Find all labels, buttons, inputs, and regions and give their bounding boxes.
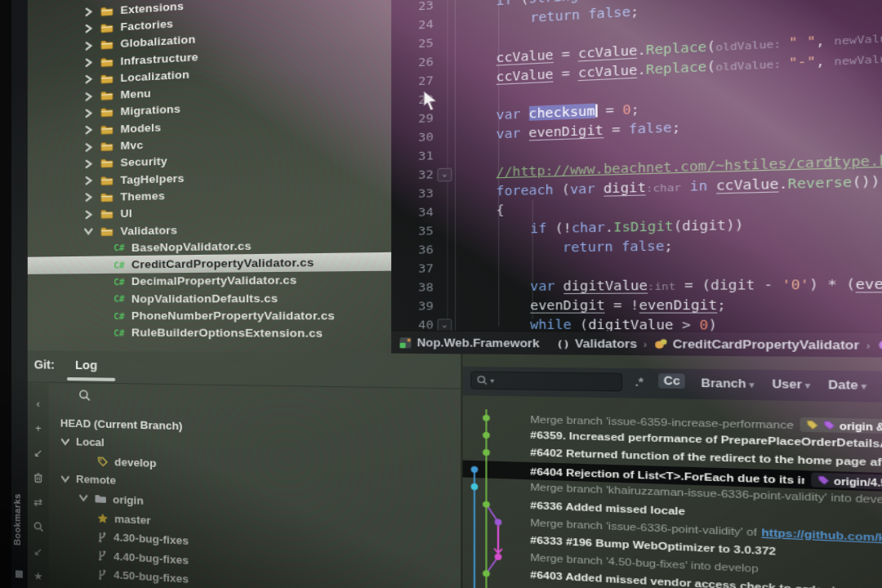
chevron-right-icon[interactable] (82, 24, 95, 34)
token-h: newValue: (834, 31, 882, 47)
git-title: Git: (34, 358, 55, 371)
line-number: 29 (391, 109, 434, 129)
token-h: :int (648, 280, 675, 292)
token-h: newValue: (834, 51, 882, 68)
merge-icon[interactable]: ⇄ (28, 492, 49, 512)
code-line[interactable]: 39evenDigit = !evenDigit; (391, 292, 882, 315)
token-p: ; (631, 101, 639, 117)
chevron-down-icon[interactable] (82, 227, 95, 235)
chevron-right-icon[interactable] (82, 108, 95, 118)
chevron-down-icon (60, 437, 70, 445)
branch-search-icon[interactable] (78, 389, 91, 402)
branch-row-remote[interactable]: Remote (60, 470, 116, 490)
tree-item-label: NopValidationDefaults.cs (131, 292, 278, 305)
token-p: ( (580, 317, 588, 332)
tree-item-phonenumberpropertyvalidator-cs[interactable]: C#PhoneNumberPropertyValidator.cs (28, 306, 391, 325)
chevron-right-icon[interactable] (82, 0, 95, 1)
token-h: :char (646, 181, 681, 194)
match-case-toggle[interactable]: Cc (658, 373, 685, 389)
breadcrumb-item-isvalid[interactable]: IsValid (877, 338, 882, 352)
token-k: return false (563, 238, 664, 255)
breadcrumb-item-nop.web.framework[interactable]: Nop.Web.Framework (399, 336, 539, 350)
breadcrumb-item-validators[interactable]: ()Validators (555, 336, 637, 350)
tool-stripe-bookmarks[interactable]: Bookmarks (12, 493, 22, 546)
method-icon (877, 339, 882, 352)
branch-row-head-current-branch-[interactable]: HEAD (Current Branch) (60, 413, 183, 434)
branch-row-origin[interactable]: origin (78, 489, 144, 510)
token-n: 0 (622, 102, 630, 118)
tree-item-label: PhoneNumberPropertyValidator.cs (131, 309, 335, 322)
commit-filters: Branch▾User▾Date▾Paths▾ (701, 376, 882, 393)
token-p: ( (706, 38, 715, 54)
token-s: " " (788, 33, 815, 51)
branch-label: develop (114, 456, 156, 470)
tree-item-rulebuilderoptionsextension-cs[interactable]: C#RuleBuilderOptionsExtension.cs (28, 323, 391, 343)
filter-user[interactable]: User▾ (772, 377, 810, 391)
tree-item-label: CreditCardPropertyValidator.cs (131, 256, 314, 270)
pull-icon[interactable]: ↙ (28, 443, 49, 463)
code-editor[interactable]: override bool IsValid(ValidationContext<… (391, 0, 882, 333)
folder-icon (100, 73, 114, 84)
gutter-marker-icon[interactable]: ⌄ (437, 168, 452, 182)
chevron-right-icon[interactable] (82, 158, 95, 169)
search-icon[interactable] (28, 516, 49, 537)
delete-icon[interactable] (28, 467, 49, 488)
tab-log[interactable]: Log (75, 359, 97, 372)
tree-item-label: UI (120, 207, 131, 220)
search-options-arrow: ▾ (490, 376, 494, 385)
favorite-icon[interactable]: ★ (28, 565, 49, 586)
token-k: false (629, 120, 672, 136)
chevron-right-icon[interactable] (82, 57, 95, 68)
chevron-right-icon[interactable] (82, 125, 95, 136)
chevron-right-icon[interactable] (82, 142, 95, 153)
chevron-right-icon[interactable] (82, 209, 95, 220)
ref-chip[interactable]: origin & develop (800, 417, 882, 435)
line-number: 35 (391, 221, 434, 241)
token-p: ) (708, 317, 717, 332)
chevron-right-icon[interactable] (82, 40, 95, 51)
chevron-right-icon[interactable] (82, 91, 95, 101)
git-commit-list: ▾ .* Cc Branch▾User▾Date▾Paths▾ ≡ Merge … (463, 354, 882, 588)
folder-icon (100, 158, 114, 169)
git-tool-window: Git: Log ‹+↙⇄↙★ HEAD (Current Branch)Loc… (28, 350, 882, 588)
folder-icon (100, 5, 114, 16)
token-v: ccValue (497, 67, 554, 85)
line-number: 26 (391, 52, 434, 74)
commit-search-input[interactable]: ▾ (470, 371, 622, 391)
token-p: ; (630, 3, 639, 19)
breadcrumb-item-creditcardpropertyvalidator[interactable]: CreditCardPropertyValidator (653, 337, 859, 352)
breadcrumb-label: Validators (575, 337, 637, 350)
chevron-right-icon[interactable] (82, 193, 95, 203)
chevron-right-icon[interactable] (82, 176, 95, 186)
branch-row-master[interactable]: master (97, 509, 151, 530)
chevron-right-icon[interactable] (82, 74, 95, 85)
chevron-down-icon: ▾ (862, 381, 866, 391)
filter-date[interactable]: Date▾ (828, 378, 866, 392)
branch-row-develop[interactable]: develop (97, 452, 157, 472)
tree-item-decimalpropertyvalidator-cs[interactable]: C#DecimalPropertyValidator.cs (28, 270, 391, 291)
tag-purple-icon (817, 475, 831, 487)
hide-icon[interactable]: ‹ (28, 393, 49, 413)
tree-item-label: Factories (120, 17, 173, 33)
commit-message: Merge branch 'issue-6359-increase-perfor… (530, 413, 793, 430)
token-p: . (778, 176, 787, 191)
token-v: evenDigit (528, 122, 604, 141)
checkout-icon[interactable]: ↙ (28, 541, 49, 562)
token-v: ccValue (578, 62, 637, 81)
token-m: Reverse (788, 174, 853, 191)
branch-label: 4.30-bug-fixes (114, 531, 189, 547)
filter-branch[interactable]: Branch▾ (701, 376, 754, 390)
token-k: var (570, 180, 604, 196)
chevron-right-icon[interactable] (82, 7, 95, 17)
token-k: char (572, 220, 605, 235)
token-p: > (674, 317, 700, 332)
branch-label: master (114, 512, 150, 526)
token-p: , (816, 32, 835, 48)
regex-toggle[interactable]: .* (635, 376, 644, 389)
branch-row-local[interactable]: Local (60, 432, 105, 452)
line-number: 36 (391, 240, 434, 260)
tree-item-nopvalidationdefaults-cs[interactable]: C#NopValidationDefaults.cs (28, 287, 391, 307)
star-icon (97, 512, 109, 523)
add-icon[interactable]: + (28, 417, 49, 438)
branch-label: Remote (76, 473, 116, 487)
